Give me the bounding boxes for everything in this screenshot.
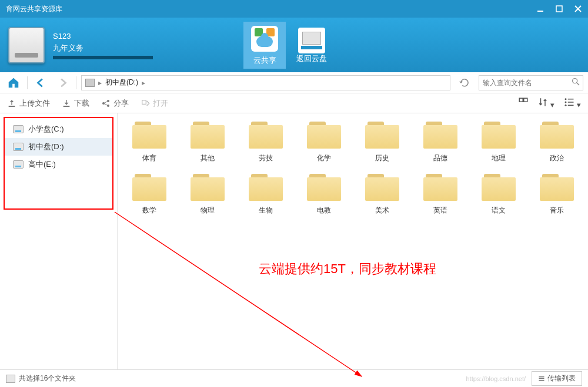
svg-line-10 [104, 103, 107, 105]
status-disk-icon [6, 375, 15, 383]
folder-label: 历史 [375, 153, 389, 163]
transfer-list-button[interactable]: 传输列表 [532, 371, 582, 386]
home-button[interactable] [5, 75, 22, 91]
drive-list-highlight: 小学盘(C:) 初中盘(D:) 高中(E:) [4, 117, 113, 210]
share-button[interactable]: 分享 [101, 98, 129, 109]
svg-line-19 [115, 212, 362, 376]
breadcrumb-sep2: ▸ [142, 79, 145, 87]
folder-item[interactable]: 生物 [238, 171, 293, 218]
folder-label: 美术 [375, 206, 389, 216]
sort-button[interactable]: ▾ [538, 97, 555, 109]
svg-point-15 [565, 102, 567, 103]
svg-rect-11 [519, 98, 523, 102]
folder-icon [132, 174, 166, 201]
watermark: https://blog.csdn.net/ [466, 375, 526, 382]
folder-icon [307, 122, 341, 149]
svg-point-17 [565, 105, 567, 106]
folder-label: 生物 [259, 206, 273, 216]
folder-item[interactable]: 历史 [354, 119, 410, 166]
view-mode-button[interactable] [518, 97, 529, 109]
folder-item[interactable]: 英语 [412, 171, 468, 218]
breadcrumb-disk-icon [85, 79, 95, 87]
svg-point-8 [107, 105, 109, 107]
folder-icon [191, 174, 225, 201]
back-button[interactable] [32, 75, 50, 91]
download-button[interactable]: 下载 [62, 98, 89, 109]
app-title: 育网云共享资源库 [6, 4, 536, 14]
tab-return-label: 返回云盘 [296, 53, 327, 64]
toolbar: 上传文件 下载 分享 打开 ▾ ▾ [0, 93, 588, 113]
content-area: 小学盘(C:) 初中盘(D:) 高中(E:) 体育其他劳技化学历史品德地理政治数… [0, 113, 588, 369]
svg-line-9 [104, 101, 107, 103]
minimize-button[interactable] [536, 5, 544, 13]
svg-point-6 [102, 102, 105, 105]
annotation: 云端提供约15T，同步教材课程 [259, 260, 436, 278]
return-disk-icon [298, 28, 325, 53]
folder-icon [423, 122, 457, 149]
folder-label: 政治 [550, 153, 564, 163]
forward-button[interactable] [54, 75, 71, 91]
svg-rect-21 [539, 378, 544, 379]
upload-button[interactable]: 上传文件 [7, 98, 50, 109]
folder-item[interactable]: 地理 [470, 119, 526, 166]
folder-label: 电教 [317, 206, 331, 216]
folder-item[interactable]: 语文 [470, 171, 526, 218]
open-button[interactable]: 打开 [141, 98, 168, 109]
user-grade: 九年义务 [53, 42, 153, 54]
refresh-button[interactable] [456, 75, 473, 91]
window-controls [536, 5, 582, 13]
folder-item[interactable]: 品德 [412, 119, 468, 166]
svg-point-13 [565, 98, 567, 100]
list-view-button[interactable]: ▾ [564, 97, 581, 109]
sidebar: 小学盘(C:) 初中盘(D:) 高中(E:) [0, 113, 118, 369]
maximize-button[interactable] [555, 5, 563, 13]
close-button[interactable] [574, 5, 582, 13]
statusbar: 共选择16个文件夹 https://blog.csdn.net/ 传输列表 [0, 369, 588, 387]
breadcrumb[interactable]: ▸ 初中盘(D:) ▸ [81, 75, 450, 90]
folder-item[interactable]: 体育 [121, 119, 177, 166]
folder-item[interactable]: 数学 [121, 171, 177, 218]
navbar: ▸ 初中盘(D:) ▸ [0, 72, 588, 93]
folder-label: 体育 [142, 153, 156, 163]
folder-item[interactable]: 政治 [529, 119, 584, 166]
breadcrumb-drive: 初中盘(D:) [105, 78, 138, 88]
upload-label: 上传文件 [19, 98, 50, 109]
share-label: 分享 [113, 98, 129, 109]
folder-item[interactable]: 化学 [296, 119, 352, 166]
folder-item[interactable]: 美术 [354, 171, 410, 218]
folder-view: 体育其他劳技化学历史品德地理政治数学物理生物电教美术英语语文音乐 云端提供约15… [118, 113, 588, 369]
folder-icon [540, 122, 574, 149]
folder-item[interactable]: 物理 [179, 171, 235, 218]
folder-item[interactable]: 劳技 [238, 119, 293, 166]
search-icon[interactable] [571, 77, 580, 89]
folder-icon [482, 174, 516, 201]
tab-cloud-share[interactable]: 云共享 [243, 22, 286, 69]
drive-label: 高中(E:) [28, 159, 56, 170]
drive-item-d[interactable]: 初中盘(D:) [5, 138, 112, 156]
tab-cloud-label: 云共享 [253, 55, 276, 66]
breadcrumb-sep1: ▸ [98, 79, 102, 87]
drive-item-c[interactable]: 小学盘(C:) [5, 120, 112, 138]
disk-icon [13, 143, 24, 151]
user-info: S123 九年义务 [53, 31, 153, 59]
folder-label: 化学 [317, 153, 331, 163]
tab-return-disk[interactable]: 返回云盘 [290, 22, 333, 69]
drive-label: 初中盘(D:) [28, 142, 64, 152]
folder-item[interactable]: 其他 [179, 119, 235, 166]
download-label: 下载 [74, 98, 89, 109]
folder-icon [191, 122, 225, 149]
folder-icon [540, 174, 574, 201]
search-input[interactable] [483, 79, 571, 87]
folder-icon [365, 174, 399, 201]
folder-item[interactable]: 电教 [296, 171, 352, 218]
selection-status: 共选择16个文件夹 [19, 373, 76, 383]
drive-item-e[interactable]: 高中(E:) [5, 156, 112, 173]
folder-item[interactable]: 音乐 [529, 171, 584, 218]
header-tabs: 云共享 返回云盘 [243, 22, 333, 69]
folder-label: 音乐 [550, 206, 564, 216]
user-disk-icon [8, 27, 45, 63]
svg-rect-1 [556, 6, 562, 12]
disk-icon [13, 160, 24, 169]
folder-icon [365, 122, 399, 149]
folder-label: 地理 [492, 153, 506, 163]
